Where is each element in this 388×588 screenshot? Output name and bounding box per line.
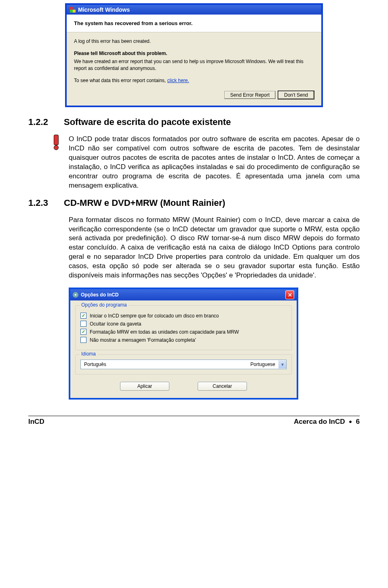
warning-exclamation-icon: [53, 135, 60, 150]
checkbox-mrw-all-drives[interactable]: ✓: [80, 329, 86, 335]
error-report-dialog: Microsoft Windows The system has recover…: [65, 3, 323, 107]
program-options-group: Opções do programa ✓ Iniciar o InCD semp…: [75, 305, 292, 350]
section-1-2-3-body: Para formatar discos no formato MRW (Mou…: [69, 216, 360, 281]
cd-icon: [73, 292, 78, 298]
check-row: ✓ Iniciar o InCD sempre que for colocado…: [80, 313, 287, 319]
checkbox-label: Formatação MRW em todas as unidades com …: [90, 329, 239, 335]
footer-section: Acerca do InCD: [294, 418, 345, 426]
section-number: 1.2.2: [28, 117, 53, 127]
error-tell-body: We have created an error report that you…: [74, 58, 314, 71]
check-row: Ocultar ícone da gaveta: [80, 321, 287, 327]
dont-send-button[interactable]: Don't Send: [278, 91, 314, 99]
checkbox-start-on-blank[interactable]: ✓: [80, 313, 86, 319]
page-footer: InCD Acerca do InCD • 6: [0, 416, 388, 426]
footer-page-number: 6: [356, 418, 360, 426]
section-title: Software de escrita do pacote existente: [64, 117, 231, 127]
incd-options-dialog: Opções do InCD ✕ Opções do programa ✓ In…: [69, 288, 298, 400]
language-legend: Idioma: [80, 351, 97, 357]
error-dialog-titlebar[interactable]: Microsoft Windows: [67, 5, 321, 15]
language-value-english: Portuguese: [251, 362, 275, 367]
click-here-link[interactable]: click here.: [167, 78, 189, 83]
language-value-native: Português: [84, 362, 106, 367]
checkbox-hide-tray-icon[interactable]: [80, 321, 86, 327]
error-see-prefix: To see what data this error report conta…: [74, 78, 167, 83]
section-1-2-3-heading: 1.2.3 CD-MRW e DVD+MRW (Mount Rainier): [28, 198, 360, 208]
section-1-2-2-heading: 1.2.2 Software de escrita do pacote exis…: [28, 117, 360, 127]
section-1-2-3: 1.2.3 CD-MRW e DVD+MRW (Mount Rainier) P…: [28, 198, 360, 281]
error-dialog-title: Microsoft Windows: [78, 6, 130, 13]
error-see-line: To see what data this error report conta…: [74, 77, 314, 84]
close-button[interactable]: ✕: [285, 290, 294, 299]
apply-button[interactable]: Aplicar: [120, 382, 169, 391]
error-dialog-body: A log of this error has been created. Pl…: [67, 32, 321, 106]
checkbox-label: Iniciar o InCD sempre que for colocado u…: [90, 313, 219, 319]
check-row: ✓ Formatação MRW em todas as unidades co…: [80, 329, 287, 335]
section-1-2-2: 1.2.2 Software de escrita do pacote exis…: [28, 117, 360, 190]
check-row: Não mostrar a mensagem 'Formatação compl…: [80, 337, 287, 343]
checkbox-label: Ocultar ícone da gaveta: [90, 321, 141, 327]
error-dialog-header: The system has recovered from a serious …: [67, 15, 321, 32]
language-combobox[interactable]: Português Portuguese ▼: [80, 360, 287, 369]
section-1-2-2-body: O InCD pode tratar discos formatados por…: [69, 135, 360, 190]
checkbox-hide-format-complete[interactable]: [80, 337, 86, 343]
options-dialog-titlebar[interactable]: Opções do InCD ✕: [70, 289, 297, 300]
section-number: 1.2.3: [28, 198, 53, 208]
chevron-down-icon[interactable]: ▼: [278, 360, 286, 368]
options-dialog-buttons: Aplicar Cancelar: [75, 379, 292, 393]
checkbox-label: Não mostrar a mensagem 'Formatação compl…: [90, 337, 196, 343]
footer-left: InCD: [28, 418, 44, 426]
program-options-legend: Opções do programa: [80, 302, 129, 308]
windows-flag-icon: [70, 7, 76, 13]
error-tell-heading: Please tell Microsoft about this problem…: [74, 50, 314, 57]
send-error-report-button[interactable]: Send Error Report: [224, 91, 276, 99]
section-title: CD-MRW e DVD+MRW (Mount Rainier): [64, 198, 225, 208]
close-icon: ✕: [288, 292, 292, 298]
error-dialog-buttons: Send Error Report Don't Send: [74, 89, 314, 99]
error-log-line: A log of this error has been created.: [74, 38, 314, 44]
cancel-button[interactable]: Cancelar: [198, 382, 247, 391]
options-dialog-title: Opções do InCD: [81, 292, 118, 298]
language-group: Idioma Português Portuguese ▼: [75, 354, 292, 374]
